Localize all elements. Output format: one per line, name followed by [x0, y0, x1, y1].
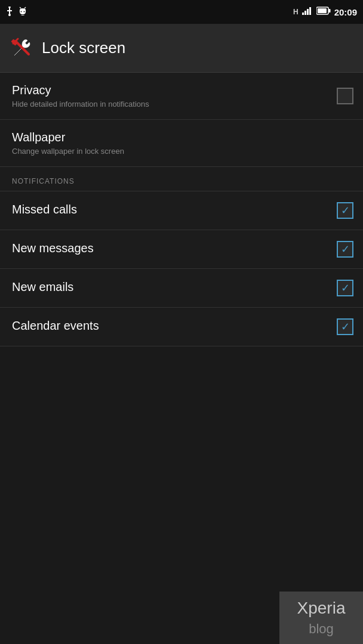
new-emails-title: New emails: [12, 280, 337, 294]
signal-icon: [302, 7, 313, 17]
svg-line-8: [20, 7, 21, 8]
page-title: Lock screen: [42, 39, 125, 57]
privacy-text: Privacy Hide detailed information in not…: [12, 83, 337, 109]
svg-rect-13: [304, 11, 306, 15]
notifications-label: NOTIFICATIONS: [12, 177, 75, 185]
new-messages-checkmark: ✓: [341, 244, 350, 255]
calendar-events-checkmark: ✓: [341, 321, 350, 332]
new-messages-text: New messages: [12, 242, 337, 258]
wallpaper-title: Wallpaper: [12, 131, 353, 144]
xperia-watermark: Xperia blog: [279, 592, 363, 644]
svg-point-10: [21, 11, 22, 12]
svg-line-9: [24, 7, 26, 8]
settings-list: Privacy Hide detailed information in not…: [0, 73, 363, 346]
svg-rect-18: [318, 8, 327, 13]
status-left-icons: [6, 7, 27, 18]
new-emails-setting[interactable]: New emails ✓: [0, 269, 363, 308]
missed-calls-checkbox[interactable]: ✓: [337, 202, 353, 219]
battery-icon: [316, 7, 331, 17]
svg-rect-15: [309, 7, 311, 15]
new-emails-checkbox[interactable]: ✓: [337, 280, 353, 296]
wallpaper-text: Wallpaper Change wallpaper in lock scree…: [12, 131, 353, 156]
svg-rect-14: [307, 9, 309, 15]
svg-rect-12: [302, 13, 304, 15]
tools-wrench-icon: [10, 36, 33, 60]
privacy-setting[interactable]: Privacy Hide detailed information in not…: [0, 73, 363, 120]
usb-icon: [6, 7, 13, 18]
status-time: 20:09: [334, 7, 357, 17]
new-emails-text: New emails: [12, 280, 337, 296]
svg-rect-2: [7, 10, 12, 11]
calendar-events-checkbox[interactable]: ✓: [337, 318, 353, 335]
privacy-subtitle: Hide detailed information in notificatio…: [12, 100, 337, 109]
calendar-events-text: Calendar events: [12, 319, 337, 335]
svg-point-3: [8, 14, 11, 16]
missed-calls-text: Missed calls: [12, 203, 337, 219]
notifications-section-header: NOTIFICATIONS: [0, 167, 363, 191]
wallpaper-subtitle: Change wallpaper in lock screen: [12, 147, 353, 156]
calendar-events-setting[interactable]: Calendar events ✓: [0, 308, 363, 346]
privacy-title: Privacy: [12, 83, 337, 97]
missed-calls-title: Missed calls: [12, 203, 337, 216]
blog-text: blog: [279, 621, 363, 644]
new-messages-title: New messages: [12, 242, 337, 255]
xperia-text: Xperia: [279, 592, 363, 621]
new-messages-setting[interactable]: New messages ✓: [0, 230, 363, 269]
svg-rect-17: [328, 9, 330, 13]
new-emails-checkmark: ✓: [341, 283, 350, 293]
privacy-checkbox[interactable]: [337, 88, 353, 104]
wallpaper-setting[interactable]: Wallpaper Change wallpaper in lock scree…: [0, 120, 363, 167]
android-icon: [18, 7, 27, 18]
missed-calls-checkmark: ✓: [341, 205, 350, 216]
title-bar: Lock screen: [0, 24, 363, 73]
new-messages-checkbox[interactable]: ✓: [337, 241, 353, 258]
status-bar: H 20:09: [0, 0, 363, 24]
svg-rect-0: [8, 7, 11, 8]
missed-calls-setting[interactable]: Missed calls ✓: [0, 191, 363, 230]
network-type-icon: H: [293, 8, 299, 16]
svg-point-11: [24, 11, 25, 12]
calendar-events-title: Calendar events: [12, 319, 337, 333]
status-right-icons: H 20:09: [293, 7, 357, 17]
